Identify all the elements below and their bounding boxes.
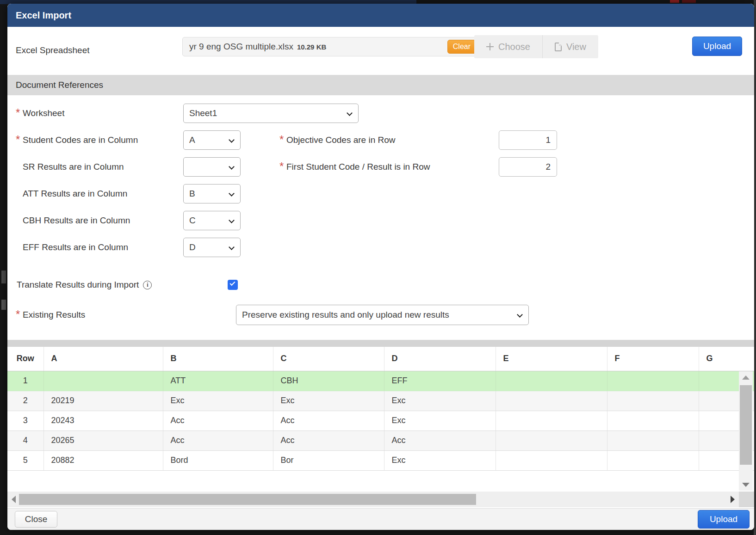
row-number: 3 [7,411,43,430]
document-references-form: * Worksheet Sheet1 * Student Codes are i… [7,95,754,325]
row-number: 2 [7,391,43,411]
cell [496,430,607,450]
chevron-down-icon [229,137,235,143]
translate-results-checkbox[interactable] [228,280,238,290]
cell: 20265 [43,430,163,450]
plus-icon [486,43,494,50]
att-results-row: ATT Results are in Column B [16,184,754,203]
cell [607,450,699,470]
scroll-right-arrow[interactable] [727,492,737,507]
triangle-left-icon [12,496,16,503]
cell [607,371,699,391]
chevron-down-icon [229,164,235,170]
cell: 20243 [43,411,163,430]
upload-button[interactable]: Upload [698,510,750,529]
sr-results-column-select[interactable] [183,157,241,177]
background-fragment [670,0,679,3]
screen-background: Excel Import Excel Spreadsheet yr 9 eng … [0,0,756,535]
objective-codes-row-input[interactable]: 1 [499,130,557,150]
cell: Bord [163,450,273,470]
first-student-row-input[interactable]: 2 [499,157,557,177]
row-number: 5 [7,450,43,470]
vertical-scrollbar[interactable] [739,371,753,491]
cell: Exc [273,391,384,411]
view-file-button[interactable]: View [543,35,598,58]
student-codes-column-select[interactable]: A [183,130,241,150]
existing-results-select[interactable]: Preserve existing results and only uploa… [236,305,529,325]
background-fragment [682,0,696,3]
cell: Exc [384,411,496,430]
required-asterisk: * [279,162,286,171]
scroll-down-arrow[interactable] [739,479,753,491]
cell [496,411,607,430]
view-file-label: View [566,42,586,52]
chevron-down-icon [229,217,235,223]
att-results-column-select[interactable]: B [183,184,241,203]
required-asterisk: * [16,310,23,319]
sr-results-row: SR Results are in Column * First Student… [16,157,754,177]
eff-results-column-select[interactable]: D [183,238,241,257]
close-button[interactable]: Close [15,511,57,528]
cell: Acc [273,430,384,450]
worksheet-select[interactable]: Sheet1 [183,104,359,123]
dialog-title: Excel Import [16,10,71,21]
cbh-results-label: CBH Results are in Column [16,215,183,226]
file-upload-row: Excel Spreadsheet yr 9 eng OSG multiple.… [7,27,754,75]
cell: Acc [384,430,496,450]
cbh-results-selected-value: C [189,215,196,226]
info-icon[interactable]: i [143,281,152,289]
horizontal-scrollbar-thumb[interactable] [19,494,476,505]
student-codes-row: * Student Codes are in Column A * Object… [16,130,754,150]
cell [496,391,607,411]
scroll-up-arrow[interactable] [739,371,753,383]
scroll-left-arrow[interactable] [8,492,19,507]
vertical-scrollbar-thumb[interactable] [740,385,752,465]
required-asterisk: * [279,135,286,144]
chevron-down-icon [229,244,235,250]
column-header-g: G [699,347,754,371]
column-header-e: E [496,347,607,371]
cell [607,411,699,430]
upload-file-button[interactable]: Upload [692,37,742,56]
cell: Acc [273,411,384,430]
cell [607,430,699,450]
cell: 20219 [43,391,163,411]
chevron-down-icon [517,312,523,318]
horizontal-scrollbar[interactable] [7,492,754,507]
column-header-d: D [384,347,496,371]
worksheet-selected-value: Sheet1 [189,108,217,118]
cell: Acc [163,430,273,450]
table-row: 5 20882 Bord Bor Exc [7,450,754,470]
first-student-label: * First Student Code / Result is in Row [279,162,499,172]
cell [43,371,163,391]
selected-file-size: 10.29 KB [297,43,447,51]
cell: 20882 [43,450,163,470]
cell: CBH [273,371,384,391]
column-header-row: Row [7,347,43,371]
cell [496,450,607,470]
row-number: 1 [7,371,43,391]
student-codes-label: * Student Codes are in Column [16,135,183,145]
table-row: 2 20219 Exc Exc Exc [7,391,754,411]
cell: Exc [384,450,496,470]
existing-results-label: * Existing Results [16,310,236,320]
choose-file-label: Choose [498,42,530,52]
scrollbar-corner [739,492,754,507]
cbh-results-column-select[interactable]: C [183,211,241,230]
excel-spreadsheet-label: Excel Spreadsheet [16,45,90,55]
clear-file-button[interactable]: Clear [447,40,476,54]
cell: Bor [273,450,384,470]
document-references-header: Document References [7,75,754,95]
section-divider-band [7,340,754,347]
cell: Exc [163,391,273,411]
att-results-selected-value: B [189,189,195,199]
selected-file-name: yr 9 eng OSG multiple.xlsx [189,42,293,52]
cell: ATT [163,371,273,391]
objective-codes-label: * Objective Codes are in Row [279,135,499,145]
dialog-footer: Close Upload [7,508,754,530]
choose-file-button[interactable]: Choose [474,35,542,58]
dialog-titlebar: Excel Import [7,4,754,27]
excel-import-dialog: Excel Import Excel Spreadsheet yr 9 eng … [7,4,754,530]
background-fragment [1,300,6,310]
chevron-down-icon [229,191,235,197]
